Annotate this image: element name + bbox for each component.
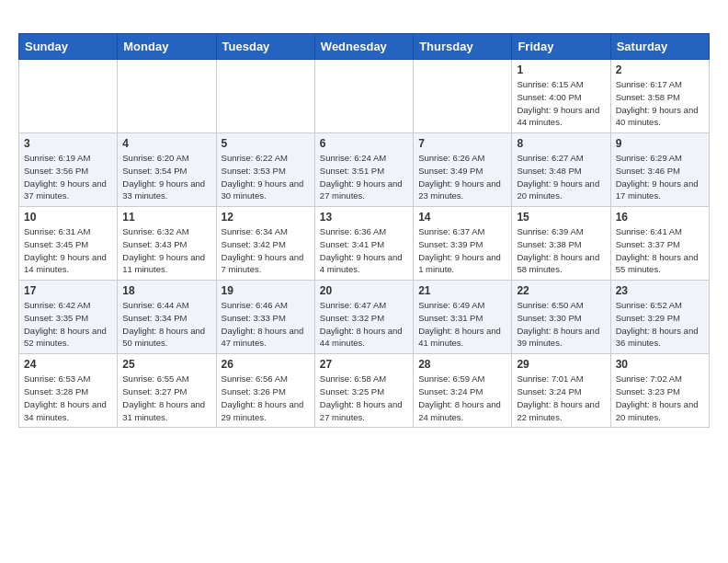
calendar-cell: 28Sunrise: 6:59 AM Sunset: 3:24 PM Dayli… — [414, 354, 512, 428]
day-number: 19 — [222, 284, 310, 297]
weekday-header: Wednesday — [314, 34, 413, 60]
calendar-cell: 24Sunrise: 6:53 AM Sunset: 3:28 PM Dayli… — [19, 354, 118, 428]
day-info: Sunrise: 6:22 AM Sunset: 3:53 PM Dayligh… — [222, 152, 310, 202]
calendar-cell: 8Sunrise: 6:27 AM Sunset: 3:48 PM Daylig… — [512, 133, 610, 207]
day-number: 13 — [320, 211, 408, 224]
day-number: 6 — [320, 137, 408, 150]
calendar-week-row: 3Sunrise: 6:19 AM Sunset: 3:56 PM Daylig… — [19, 133, 710, 207]
calendar-cell: 10Sunrise: 6:31 AM Sunset: 3:45 PM Dayli… — [19, 207, 118, 281]
calendar-cell: 16Sunrise: 6:41 AM Sunset: 3:37 PM Dayli… — [610, 207, 709, 281]
day-number: 10 — [24, 211, 112, 224]
day-number: 17 — [24, 284, 112, 297]
calendar-cell — [216, 60, 314, 133]
calendar-cell: 13Sunrise: 6:36 AM Sunset: 3:41 PM Dayli… — [314, 207, 413, 281]
day-info: Sunrise: 6:50 AM Sunset: 3:30 PM Dayligh… — [517, 299, 605, 350]
day-number: 3 — [24, 137, 112, 150]
day-info: Sunrise: 6:29 AM Sunset: 3:46 PM Dayligh… — [616, 152, 704, 202]
day-number: 20 — [320, 284, 408, 297]
day-info: Sunrise: 6:15 AM Sunset: 4:00 PM Dayligh… — [517, 78, 605, 129]
day-info: Sunrise: 6:20 AM Sunset: 3:54 PM Dayligh… — [122, 152, 210, 202]
day-info: Sunrise: 6:34 AM Sunset: 3:42 PM Dayligh… — [222, 225, 310, 276]
day-info: Sunrise: 6:37 AM Sunset: 3:39 PM Dayligh… — [418, 225, 506, 276]
calendar-cell: 14Sunrise: 6:37 AM Sunset: 3:39 PM Dayli… — [414, 207, 512, 281]
calendar-cell: 19Sunrise: 6:46 AM Sunset: 3:33 PM Dayli… — [216, 281, 314, 354]
day-number: 2 — [616, 63, 704, 76]
day-info: Sunrise: 6:46 AM Sunset: 3:33 PM Dayligh… — [222, 299, 310, 350]
day-number: 16 — [616, 211, 704, 224]
calendar-cell: 26Sunrise: 6:56 AM Sunset: 3:26 PM Dayli… — [216, 354, 314, 428]
day-info: Sunrise: 6:17 AM Sunset: 3:58 PM Dayligh… — [616, 78, 704, 129]
calendar-cell: 7Sunrise: 6:26 AM Sunset: 3:49 PM Daylig… — [414, 133, 512, 207]
day-number: 25 — [122, 358, 210, 371]
day-info: Sunrise: 6:36 AM Sunset: 3:41 PM Dayligh… — [320, 225, 408, 276]
page: General Blue SundayMondayTuesdayWednesda… — [0, 0, 728, 437]
day-number: 7 — [418, 137, 506, 150]
calendar-cell: 1Sunrise: 6:15 AM Sunset: 4:00 PM Daylig… — [512, 60, 610, 133]
calendar-cell — [314, 60, 413, 133]
day-number: 12 — [222, 211, 310, 224]
day-number: 22 — [517, 284, 605, 297]
day-number: 5 — [222, 137, 310, 150]
day-info: Sunrise: 6:39 AM Sunset: 3:38 PM Dayligh… — [517, 225, 605, 276]
day-info: Sunrise: 6:24 AM Sunset: 3:51 PM Dayligh… — [320, 152, 408, 202]
day-number: 21 — [418, 284, 506, 297]
calendar-cell: 23Sunrise: 6:52 AM Sunset: 3:29 PM Dayli… — [610, 281, 709, 354]
weekday-header: Sunday — [19, 34, 118, 60]
day-number: 18 — [122, 284, 210, 297]
calendar-cell: 30Sunrise: 7:02 AM Sunset: 3:23 PM Dayli… — [610, 354, 709, 428]
day-info: Sunrise: 6:59 AM Sunset: 3:24 PM Dayligh… — [418, 373, 506, 423]
day-info: Sunrise: 6:58 AM Sunset: 3:25 PM Dayligh… — [320, 373, 408, 423]
calendar-cell — [118, 60, 216, 133]
day-info: Sunrise: 6:49 AM Sunset: 3:31 PM Dayligh… — [418, 299, 506, 350]
day-info: Sunrise: 6:47 AM Sunset: 3:32 PM Dayligh… — [320, 299, 408, 350]
calendar-cell: 17Sunrise: 6:42 AM Sunset: 3:35 PM Dayli… — [19, 281, 118, 354]
day-number: 23 — [616, 284, 704, 297]
calendar-cell: 22Sunrise: 6:50 AM Sunset: 3:30 PM Dayli… — [512, 281, 610, 354]
calendar-cell: 15Sunrise: 6:39 AM Sunset: 3:38 PM Dayli… — [512, 207, 610, 281]
day-info: Sunrise: 6:52 AM Sunset: 3:29 PM Dayligh… — [616, 299, 704, 350]
calendar-cell — [414, 60, 512, 133]
calendar-cell: 3Sunrise: 6:19 AM Sunset: 3:56 PM Daylig… — [19, 133, 118, 207]
day-info: Sunrise: 6:27 AM Sunset: 3:48 PM Dayligh… — [517, 152, 605, 202]
day-number: 9 — [616, 137, 704, 150]
day-info: Sunrise: 6:42 AM Sunset: 3:35 PM Dayligh… — [24, 299, 112, 350]
calendar-week-row: 24Sunrise: 6:53 AM Sunset: 3:28 PM Dayli… — [19, 354, 710, 428]
day-info: Sunrise: 7:01 AM Sunset: 3:24 PM Dayligh… — [517, 373, 605, 423]
calendar-cell: 6Sunrise: 6:24 AM Sunset: 3:51 PM Daylig… — [314, 133, 413, 207]
day-number: 15 — [517, 211, 605, 224]
day-info: Sunrise: 6:26 AM Sunset: 3:49 PM Dayligh… — [418, 152, 506, 202]
weekday-header: Tuesday — [216, 34, 314, 60]
calendar-week-row: 10Sunrise: 6:31 AM Sunset: 3:45 PM Dayli… — [19, 207, 710, 281]
day-number: 24 — [24, 358, 112, 371]
day-info: Sunrise: 6:19 AM Sunset: 3:56 PM Dayligh… — [24, 152, 112, 202]
day-number: 30 — [616, 358, 704, 371]
day-info: Sunrise: 6:55 AM Sunset: 3:27 PM Dayligh… — [122, 373, 210, 423]
day-info: Sunrise: 6:41 AM Sunset: 3:37 PM Dayligh… — [616, 225, 704, 276]
day-info: Sunrise: 6:56 AM Sunset: 3:26 PM Dayligh… — [222, 373, 310, 423]
calendar-cell — [19, 60, 118, 133]
day-info: Sunrise: 6:44 AM Sunset: 3:34 PM Dayligh… — [122, 299, 210, 350]
calendar-week-row: 17Sunrise: 6:42 AM Sunset: 3:35 PM Dayli… — [19, 281, 710, 354]
calendar-header-row: SundayMondayTuesdayWednesdayThursdayFrid… — [19, 34, 710, 60]
day-number: 29 — [517, 358, 605, 371]
calendar-cell: 20Sunrise: 6:47 AM Sunset: 3:32 PM Dayli… — [314, 281, 413, 354]
day-number: 11 — [122, 211, 210, 224]
calendar-cell: 29Sunrise: 7:01 AM Sunset: 3:24 PM Dayli… — [512, 354, 610, 428]
day-info: Sunrise: 6:53 AM Sunset: 3:28 PM Dayligh… — [24, 373, 112, 423]
calendar-cell: 4Sunrise: 6:20 AM Sunset: 3:54 PM Daylig… — [118, 133, 216, 207]
day-number: 26 — [222, 358, 310, 371]
day-number: 1 — [517, 63, 605, 76]
calendar-cell: 27Sunrise: 6:58 AM Sunset: 3:25 PM Dayli… — [314, 354, 413, 428]
day-number: 8 — [517, 137, 605, 150]
weekday-header: Friday — [512, 34, 610, 60]
weekday-header: Saturday — [610, 34, 709, 60]
calendar-cell: 12Sunrise: 6:34 AM Sunset: 3:42 PM Dayli… — [216, 207, 314, 281]
day-info: Sunrise: 7:02 AM Sunset: 3:23 PM Dayligh… — [616, 373, 704, 423]
calendar-cell: 18Sunrise: 6:44 AM Sunset: 3:34 PM Dayli… — [118, 281, 216, 354]
day-number: 14 — [418, 211, 506, 224]
day-info: Sunrise: 6:32 AM Sunset: 3:43 PM Dayligh… — [122, 225, 210, 276]
calendar-cell: 9Sunrise: 6:29 AM Sunset: 3:46 PM Daylig… — [610, 133, 709, 207]
day-number: 28 — [418, 358, 506, 371]
weekday-header: Monday — [118, 34, 216, 60]
calendar-cell: 2Sunrise: 6:17 AM Sunset: 3:58 PM Daylig… — [610, 60, 709, 133]
